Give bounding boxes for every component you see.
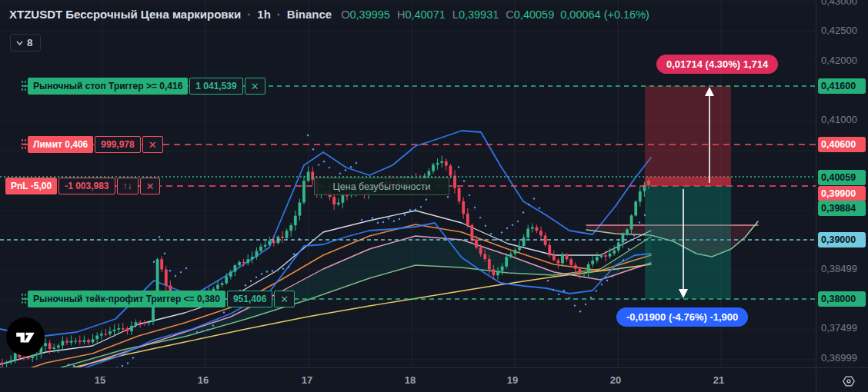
position-risk-label: 0,01714 (4.30%) 1,714 [656,55,778,74]
tradingview-logo[interactable] [6,317,45,356]
stop-order-label[interactable]: Рыночный стоп Триггер >= 0,416 [28,78,188,95]
time-tick-label: 18 [405,374,416,386]
separator-dot: · [247,8,251,21]
time-tick-label: 20 [610,374,621,386]
price-badge: 0,41600 [818,78,866,94]
hexagon-settings-icon [842,374,856,388]
drag-handle-icon[interactable] [21,80,27,92]
price-tick-label: 0,38499 [821,263,857,274]
price-badge: 0,39900 [818,186,866,201]
tradingview-logo-icon [14,325,37,348]
take-profit-close-button[interactable]: ✕ [274,291,295,307]
price-tick-label: 0,42500 [821,25,857,36]
price-badge: 0,39884 [818,201,866,216]
time-tick-label: 17 [302,374,312,386]
symbol-title[interactable]: XTZUSDT Бессрочный Цена маркировки [9,8,241,21]
change-value: 0,00064 (+0.16%) [560,8,649,21]
limit-order-close-button[interactable]: ✕ [142,136,163,153]
price-badge: 0,40600 [818,137,866,152]
ohlc-item: O0,39995 [341,8,390,21]
indicators-collapse-button[interactable]: 8 [10,34,41,51]
ohlc-values: O0,39995H0,40071L0,39931C0,40059 [341,8,554,21]
reverse-icon: ↑↓ [123,181,132,191]
stop-order-qty[interactable]: 1 041,539 [189,78,242,95]
position-qty[interactable]: -1 003,983 [58,178,115,194]
separator-dot: · [277,8,281,21]
close-icon: ✕ [251,81,259,91]
close-icon: ✕ [280,294,289,304]
exchange-label: Binance [287,8,332,21]
limit-order-qty[interactable]: 999,978 [95,136,140,153]
time-tick-label: 16 [198,374,209,386]
axis-separator [816,368,816,392]
order-row-stop: Рыночный стоп Триггер >= 0,416 1 041,539… [21,78,265,95]
position-reward-label: -0,01900 (-4.76%) -1,900 [616,307,748,327]
pnl-label[interactable]: PnL -5,00 [5,178,57,194]
drag-handle-icon[interactable] [21,138,27,151]
price-tick-label: 0,36999 [821,352,857,364]
price-badge: 0,38000 [818,291,866,307]
price-tick-label: 0,42000 [821,55,857,66]
ohlc-item: H0,40071 [397,8,446,21]
order-row-pnl: PnL -5,00 -1 003,983 ↑↓ ✕ [5,178,160,194]
price-badge: 0,40059 [818,170,866,185]
close-icon: ✕ [149,140,157,150]
take-profit-qty[interactable]: 951,406 [227,291,272,307]
ohlc-item: L0,39931 [452,8,499,21]
price-tick-label: 0,41000 [821,114,857,125]
close-position-button[interactable]: ✕ [140,178,161,194]
drag-handle-icon[interactable] [21,293,27,305]
time-tick-label: 21 [713,374,724,386]
close-icon: ✕ [146,181,155,191]
tradingview-chart-window: XTZUSDT Бессрочный Цена маркировки · 1h … [0,0,868,392]
price-badge: 0,39000 [818,232,866,247]
interval-label[interactable]: 1h [257,8,271,21]
chart-header: XTZUSDT Бессрочный Цена маркировки · 1h … [9,8,649,21]
scale-settings-button[interactable] [840,373,857,390]
chevron-down-icon [16,41,23,45]
time-tick-label: 19 [507,374,518,386]
order-row-take-profit: Рыночный тейк-профит Триггер <= 0,380 95… [21,291,295,307]
take-profit-label[interactable]: Рыночный тейк-профит Триггер <= 0,380 [28,291,225,307]
reverse-position-button[interactable]: ↑↓ [117,178,139,194]
order-row-limit: Лимит 0,406 999,978 ✕ [21,136,163,153]
breakeven-price-label[interactable]: Цена безубыточности [314,178,449,195]
price-axis[interactable]: 0,430000,425000,420000,410000,384990,374… [816,0,868,367]
time-axis[interactable]: 15161718192021 [0,367,868,392]
stop-order-close-button[interactable]: ✕ [245,78,265,95]
indicators-count: 8 [27,37,33,48]
price-tick-label: 0,37499 [821,322,857,334]
ohlc-item: C0,40059 [506,8,554,21]
limit-order-label[interactable]: Лимит 0,406 [28,136,93,153]
time-tick-label: 15 [95,374,105,386]
price-tick-label: 0,43000 [821,0,857,7]
